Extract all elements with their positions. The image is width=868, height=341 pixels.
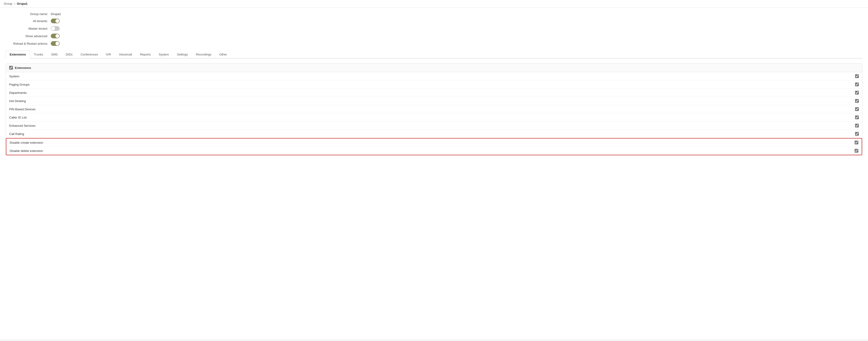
form-section: Group name: Grupa1 All tenants: Master t… (6, 12, 862, 46)
group-name-label: Group name: (6, 12, 48, 16)
section-header: Extensions (6, 63, 862, 72)
permission-row-enhanced-services: Enhanced Services (6, 121, 862, 130)
permission-checkbox-system[interactable] (855, 74, 859, 78)
master-tenant-label: Master tenant: (6, 27, 48, 30)
tab-dids[interactable]: DIDs (62, 51, 76, 58)
tab-reports[interactable]: Reports (136, 51, 155, 58)
permission-label-paging-groups: Paging Groups (9, 83, 30, 86)
master-tenant-row: Master tenant: (6, 26, 862, 31)
permission-checkbox-paging-groups[interactable] (855, 83, 859, 86)
permission-row-paging-groups: Paging Groups (6, 80, 862, 89)
all-tenants-track (51, 19, 60, 23)
show-advanced-row: Show advanced: (6, 34, 862, 38)
permission-row-pin-devices: PIN Based Devices (6, 105, 862, 113)
permission-row-caller-id: Caller ID List (6, 113, 862, 121)
reload-restart-thumb (56, 41, 59, 46)
permission-row-departments: Departments (6, 89, 862, 97)
show-advanced-label: Show advanced: (6, 34, 48, 38)
permission-checkbox-call-rating[interactable] (855, 132, 859, 136)
permission-row-call-rating: Call Rating (6, 130, 862, 138)
permission-checkbox-hot-desking[interactable] (855, 99, 859, 103)
tab-system[interactable]: System (155, 51, 173, 58)
all-tenants-toggle[interactable] (51, 19, 60, 23)
section-header-checkbox[interactable] (9, 66, 13, 69)
group-name-row: Group name: Grupa1 (6, 12, 862, 16)
tab-extensions[interactable]: Extensions (6, 51, 30, 59)
show-advanced-track (51, 34, 60, 38)
permission-checkbox-caller-id[interactable] (855, 115, 859, 119)
permission-label-system: System (9, 75, 19, 78)
master-tenant-track (51, 26, 60, 31)
show-advanced-thumb (56, 34, 59, 38)
main-content: Group name: Grupa1 All tenants: Master t… (0, 7, 868, 339)
permission-checkbox-enhanced-services[interactable] (855, 124, 859, 127)
reload-restart-label: Reload & Restart actions: (6, 42, 48, 46)
permission-label-pin-devices: PIN Based Devices (9, 108, 35, 111)
breadcrumb-separator: > (13, 2, 16, 5)
section-header-label: Extensions (15, 66, 31, 69)
tab-other[interactable]: Other (215, 51, 231, 58)
tabs: Extensions Trunks SMS DIDs Conferences I… (6, 51, 862, 59)
all-tenants-row: All tenants: (6, 19, 862, 23)
breadcrumb-current: Grupa1 (17, 2, 28, 5)
permission-row-system: System (6, 72, 862, 80)
permission-label-enhanced-services: Enhanced Services (9, 124, 35, 127)
permission-checkbox-departments[interactable] (855, 91, 859, 94)
all-tenants-thumb (56, 19, 59, 23)
highlighted-permissions-group: Disable create extension Disable delete … (6, 138, 862, 155)
permission-checkbox-disable-create[interactable] (855, 141, 858, 144)
breadcrumb-parent[interactable]: Group (4, 2, 12, 5)
reload-restart-track (51, 41, 60, 46)
tab-conferences[interactable]: Conferences (76, 51, 102, 58)
tab-ivr[interactable]: IVR (102, 51, 115, 58)
permission-label-call-rating: Call Rating (9, 132, 24, 136)
permission-label-hot-desking: Hot Desking (9, 99, 26, 103)
permission-checkbox-pin-devices[interactable] (855, 107, 859, 111)
tab-sms[interactable]: SMS (47, 51, 62, 58)
permission-label-departments: Departments (9, 91, 27, 94)
tab-recordings[interactable]: Recordings (192, 51, 216, 58)
extensions-section: Extensions System Paging Groups Departme… (6, 63, 862, 155)
master-tenant-thumb (51, 27, 55, 30)
permission-label-disable-create: Disable create extension (10, 141, 43, 144)
permission-label-disable-delete: Disable delete extension (10, 149, 43, 153)
all-tenants-label: All tenants: (6, 19, 48, 23)
master-tenant-toggle[interactable] (51, 26, 60, 31)
permission-checkbox-disable-delete[interactable] (855, 149, 858, 153)
reload-restart-row: Reload & Restart actions: (6, 41, 862, 46)
show-advanced-toggle[interactable] (51, 34, 60, 38)
tab-settings[interactable]: Settings (173, 51, 192, 58)
tab-voicemail[interactable]: Voicemail (115, 51, 136, 58)
group-name-value: Grupa1 (51, 12, 61, 16)
permission-row-disable-create: Disable create extension (6, 139, 862, 147)
reload-restart-toggle[interactable] (51, 41, 60, 46)
permission-label-caller-id: Caller ID List (9, 116, 27, 119)
tab-trunks[interactable]: Trunks (30, 51, 47, 58)
breadcrumb: Group > Grupa1 (0, 0, 868, 7)
permission-row-disable-delete: Disable delete extension (6, 147, 862, 155)
permission-row-hot-desking: Hot Desking (6, 97, 862, 105)
